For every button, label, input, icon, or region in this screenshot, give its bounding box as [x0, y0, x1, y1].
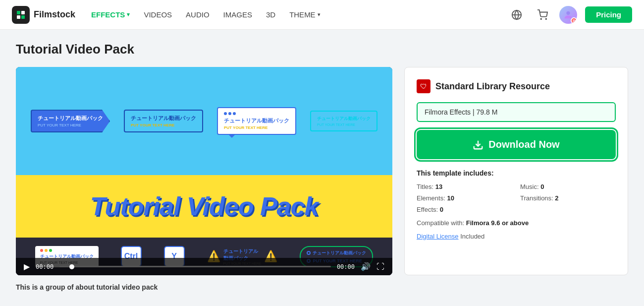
page-title: Tutorial Video Pack	[16, 42, 628, 57]
avatar[interactable]: B	[559, 6, 577, 24]
titles-label: Titles:	[417, 183, 433, 190]
effects-row: Effects: 0	[417, 206, 512, 213]
time-end: 00:00	[337, 263, 355, 270]
svg-rect-2	[21, 11, 25, 14]
template-includes-label: This template includes:	[417, 169, 616, 177]
dots-row	[224, 112, 289, 115]
dot3	[233, 112, 236, 115]
elements-label: Elements:	[417, 194, 445, 202]
svg-rect-3	[17, 15, 20, 19]
avatar-badge: B	[571, 17, 577, 24]
nav-audio[interactable]: AUDIO	[186, 10, 210, 19]
nav-theme[interactable]: THEME	[289, 10, 321, 19]
title-card-2: チュートリアル動画パック PUT YOUR TEXT HERE	[124, 110, 203, 132]
download-icon	[473, 139, 483, 150]
pricing-button[interactable]: Pricing	[585, 6, 632, 23]
transitions-label: Transitions:	[520, 194, 553, 202]
svg-rect-1	[17, 11, 20, 14]
nav-links: EFFECTS VIDEOS AUDIO IMAGES 3D THEME	[91, 10, 508, 19]
transitions-value: 2	[555, 194, 558, 202]
oval-text1: チュートリアル動画パック	[313, 250, 366, 256]
time-start: 00:00	[36, 263, 54, 270]
svg-point-7	[540, 18, 541, 19]
shield-icon: 🛡	[417, 79, 430, 93]
nav-videos[interactable]: VIDEOS	[144, 10, 172, 19]
card4-en: PUT YOUR TEXT HERE	[317, 123, 371, 126]
compatible-label: Compatible with:	[417, 219, 464, 227]
template-info-grid: Titles: 13 Music: 0 Elements: 10 Transit…	[417, 183, 616, 213]
license-link[interactable]: Digital License	[417, 233, 459, 240]
license-row: Digital License Included	[417, 233, 616, 240]
license-suffix: Included	[460, 233, 484, 240]
dot1	[224, 112, 227, 115]
nav-effects[interactable]: EFFECTS	[91, 10, 130, 19]
nav-right: B Pricing	[508, 6, 632, 24]
elements-value: 10	[447, 194, 454, 202]
wd-yellow	[45, 249, 48, 252]
progress-bar[interactable]	[59, 266, 331, 267]
page-content: Tutorial Video Pack チュートリアル動画パック PUT YOU…	[0, 30, 644, 303]
file-badge: Filmora Effects | 79.8 M	[417, 102, 616, 122]
card1-jp: チュートリアル動画パック	[38, 115, 103, 122]
logo-icon	[12, 6, 30, 24]
video-area: チュートリアル動画パック PUT YOUR TEXT HERE チュートリアル動…	[16, 67, 392, 291]
elements-row: Elements: 10	[417, 194, 512, 202]
nav-images[interactable]: IMAGES	[223, 10, 252, 19]
navbar: Filmstock EFFECTS VIDEOS AUDIO IMAGES 3D…	[0, 0, 644, 30]
video-middle: Tutorial Video Pack	[16, 175, 392, 238]
compatible-text: Compatible with: Filmora 9.6 or above	[417, 219, 616, 227]
titles-row: Titles: 13	[417, 183, 512, 190]
download-button[interactable]: Download Now	[417, 130, 616, 159]
dot2	[228, 112, 231, 115]
sidebar: 🛡 Standard Library Resource Filmora Effe…	[404, 67, 628, 275]
svg-point-9	[566, 11, 570, 14]
main-layout: チュートリアル動画パック PUT YOUR TEXT HERE チュートリアル動…	[16, 67, 628, 291]
card3-en: PUT YOUR TEXT HERE	[224, 125, 289, 130]
fullscreen-button[interactable]: ⛶	[376, 262, 384, 271]
resource-header: 🛡 Standard Library Resource	[417, 79, 616, 93]
titles-value: 13	[435, 183, 442, 190]
download-label: Download Now	[488, 139, 559, 150]
globe-icon[interactable]	[508, 6, 526, 24]
effects-value: 0	[440, 206, 443, 213]
nav-3d[interactable]: 3D	[266, 10, 275, 19]
card1-en: PUT YOUR TEXT HERE	[38, 123, 103, 127]
card2-jp: チュートリアル動画パック	[131, 115, 196, 122]
video-preview: チュートリアル動画パック PUT YOUR TEXT HERE チュートリアル動…	[16, 67, 392, 275]
card3-jp: チュートリアル動画パック	[224, 117, 289, 124]
video-top: チュートリアル動画パック PUT YOUR TEXT HERE チュートリアル動…	[16, 67, 392, 175]
music-value: 0	[540, 183, 544, 190]
video-container: チュートリアル動画パック PUT YOUR TEXT HERE チュートリアル動…	[16, 67, 392, 275]
logo-text: Filmstock	[34, 9, 75, 20]
title-card-4: チュートリアル動画パック PUT YOUR TEXT HERE	[310, 111, 377, 131]
logo[interactable]: Filmstock	[12, 6, 75, 24]
svg-rect-4	[21, 15, 25, 19]
wd-green	[49, 249, 52, 252]
card4-jp: チュートリアル動画パック	[317, 116, 371, 122]
description-text: This is a group of about tutorial video …	[16, 283, 392, 291]
video-controls: ▶ 00:00 00:00 🔊 ⛶	[16, 258, 392, 275]
music-label: Music:	[520, 183, 539, 190]
oval-dot1	[307, 251, 311, 255]
effects-label: Effects:	[417, 206, 438, 213]
resource-title: Standard Library Resource	[435, 81, 550, 92]
window-dots	[40, 249, 94, 252]
oval-row1: チュートリアル動画パック	[307, 250, 366, 256]
progress-dot	[69, 264, 74, 269]
compatible-value: Filmora 9.6 or above	[466, 219, 529, 227]
music-row: Music: 0	[520, 183, 616, 190]
volume-button[interactable]: 🔊	[361, 262, 371, 271]
card2-en: PUT YOUR TEXT HERE	[131, 123, 196, 127]
play-button[interactable]: ▶	[24, 262, 30, 271]
title-card-1: チュートリアル動画パック PUT YOUR TEXT HERE	[31, 110, 110, 132]
transitions-row: Transitions: 2	[520, 194, 616, 202]
wd-red	[40, 249, 43, 252]
video-big-title: Tutorial Video Pack	[90, 191, 319, 221]
cart-icon[interactable]	[534, 6, 551, 24]
svg-point-8	[546, 18, 547, 19]
title-card-3: チュートリアル動画パック PUT YOUR TEXT HERE	[217, 107, 296, 135]
